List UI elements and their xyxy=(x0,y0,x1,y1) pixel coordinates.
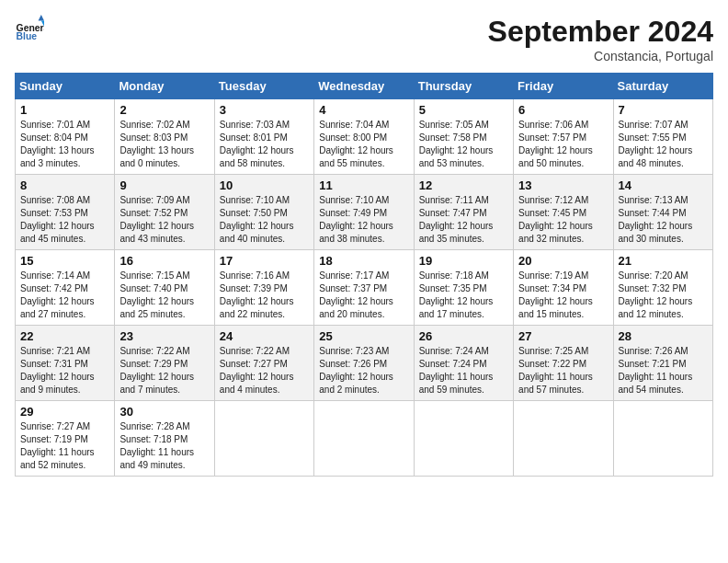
day-info: Sunrise: 7:18 AM Sunset: 7:35 PM Dayligh… xyxy=(419,270,508,321)
calendar-cell xyxy=(613,401,712,477)
day-number: 16 xyxy=(119,254,209,268)
calendar-cell: 15 Sunrise: 7:14 AM Sunset: 7:42 PM Dayl… xyxy=(16,250,115,326)
day-number: 22 xyxy=(20,329,109,343)
day-number: 24 xyxy=(220,329,309,343)
day-number: 21 xyxy=(619,254,708,268)
day-info: Sunrise: 7:03 AM Sunset: 8:01 PM Dayligh… xyxy=(220,119,309,170)
day-info: Sunrise: 7:25 AM Sunset: 7:22 PM Dayligh… xyxy=(518,345,608,396)
col-header-thursday: Thursday xyxy=(414,74,513,99)
calendar-cell: 30 Sunrise: 7:28 AM Sunset: 7:18 PM Dayl… xyxy=(115,401,214,477)
calendar-cell: 11 Sunrise: 7:10 AM Sunset: 7:49 PM Dayl… xyxy=(314,175,414,250)
day-number: 7 xyxy=(619,103,708,117)
day-number: 15 xyxy=(20,254,109,268)
day-info: Sunrise: 7:07 AM Sunset: 7:55 PM Dayligh… xyxy=(619,119,708,170)
day-info: Sunrise: 7:22 AM Sunset: 7:27 PM Dayligh… xyxy=(220,345,309,396)
calendar-cell: 17 Sunrise: 7:16 AM Sunset: 7:39 PM Dayl… xyxy=(214,250,313,326)
title-block: September 2024 Constancia, Portugal xyxy=(488,15,713,63)
col-header-saturday: Saturday xyxy=(613,74,712,99)
day-info: Sunrise: 7:12 AM Sunset: 7:45 PM Dayligh… xyxy=(518,194,608,246)
day-number: 26 xyxy=(419,329,508,343)
col-header-friday: Friday xyxy=(514,74,613,99)
day-info: Sunrise: 7:09 AM Sunset: 7:52 PM Dayligh… xyxy=(119,194,209,246)
day-number: 3 xyxy=(220,103,309,117)
calendar-cell: 20 Sunrise: 7:19 AM Sunset: 7:34 PM Dayl… xyxy=(514,250,613,326)
day-info: Sunrise: 7:17 AM Sunset: 7:37 PM Dayligh… xyxy=(319,270,408,321)
col-header-monday: Monday xyxy=(115,74,214,99)
day-number: 23 xyxy=(119,329,209,343)
day-number: 17 xyxy=(220,254,309,268)
col-header-tuesday: Tuesday xyxy=(214,74,313,99)
calendar-cell: 14 Sunrise: 7:13 AM Sunset: 7:44 PM Dayl… xyxy=(613,175,712,250)
calendar-cell: 26 Sunrise: 7:24 AM Sunset: 7:24 PM Dayl… xyxy=(414,326,513,401)
calendar-cell: 16 Sunrise: 7:15 AM Sunset: 7:40 PM Dayl… xyxy=(115,250,214,326)
svg-marker-2 xyxy=(39,15,44,20)
day-number: 1 xyxy=(20,103,109,117)
page-header: General Blue September 2024 Constancia, … xyxy=(15,15,713,63)
day-info: Sunrise: 7:23 AM Sunset: 7:26 PM Dayligh… xyxy=(319,345,408,396)
day-info: Sunrise: 7:04 AM Sunset: 8:00 PM Dayligh… xyxy=(319,119,408,170)
calendar-table: SundayMondayTuesdayWednesdayThursdayFrid… xyxy=(15,73,713,477)
calendar-cell: 28 Sunrise: 7:26 AM Sunset: 7:21 PM Dayl… xyxy=(613,326,712,401)
calendar-cell: 25 Sunrise: 7:23 AM Sunset: 7:26 PM Dayl… xyxy=(314,326,414,401)
day-info: Sunrise: 7:06 AM Sunset: 7:57 PM Dayligh… xyxy=(518,119,608,170)
calendar-cell: 7 Sunrise: 7:07 AM Sunset: 7:55 PM Dayli… xyxy=(613,99,712,175)
day-number: 29 xyxy=(20,405,109,419)
day-number: 8 xyxy=(20,178,109,192)
logo-icon: General Blue xyxy=(15,15,44,44)
day-number: 30 xyxy=(119,405,209,419)
calendar-cell: 2 Sunrise: 7:02 AM Sunset: 8:03 PM Dayli… xyxy=(115,99,214,175)
svg-text:Blue: Blue xyxy=(17,31,38,41)
calendar-cell: 27 Sunrise: 7:25 AM Sunset: 7:22 PM Dayl… xyxy=(514,326,613,401)
day-info: Sunrise: 7:01 AM Sunset: 8:04 PM Dayligh… xyxy=(20,119,109,170)
day-info: Sunrise: 7:05 AM Sunset: 7:58 PM Dayligh… xyxy=(419,119,508,170)
calendar-cell: 29 Sunrise: 7:27 AM Sunset: 7:19 PM Dayl… xyxy=(16,401,115,477)
day-number: 5 xyxy=(419,103,508,117)
day-info: Sunrise: 7:22 AM Sunset: 7:29 PM Dayligh… xyxy=(119,345,209,396)
day-number: 13 xyxy=(518,178,608,192)
day-info: Sunrise: 7:19 AM Sunset: 7:34 PM Dayligh… xyxy=(518,270,608,321)
day-info: Sunrise: 7:13 AM Sunset: 7:44 PM Dayligh… xyxy=(619,194,708,246)
calendar-cell: 10 Sunrise: 7:10 AM Sunset: 7:50 PM Dayl… xyxy=(214,175,313,250)
calendar-cell: 13 Sunrise: 7:12 AM Sunset: 7:45 PM Dayl… xyxy=(514,175,613,250)
day-info: Sunrise: 7:26 AM Sunset: 7:21 PM Dayligh… xyxy=(619,345,708,396)
calendar-cell: 8 Sunrise: 7:08 AM Sunset: 7:53 PM Dayli… xyxy=(16,175,115,250)
calendar-cell xyxy=(214,401,313,477)
day-number: 12 xyxy=(419,178,508,192)
day-info: Sunrise: 7:10 AM Sunset: 7:49 PM Dayligh… xyxy=(319,194,408,246)
day-number: 25 xyxy=(319,329,408,343)
day-number: 10 xyxy=(220,178,309,192)
calendar-cell xyxy=(314,401,414,477)
calendar-cell: 22 Sunrise: 7:21 AM Sunset: 7:31 PM Dayl… xyxy=(16,326,115,401)
day-info: Sunrise: 7:14 AM Sunset: 7:42 PM Dayligh… xyxy=(20,270,109,321)
calendar-cell: 24 Sunrise: 7:22 AM Sunset: 7:27 PM Dayl… xyxy=(214,326,313,401)
day-info: Sunrise: 7:10 AM Sunset: 7:50 PM Dayligh… xyxy=(220,194,309,246)
day-number: 20 xyxy=(518,254,608,268)
day-info: Sunrise: 7:15 AM Sunset: 7:40 PM Dayligh… xyxy=(119,270,209,321)
location: Constancia, Portugal xyxy=(488,49,713,63)
day-number: 18 xyxy=(319,254,408,268)
calendar-cell: 18 Sunrise: 7:17 AM Sunset: 7:37 PM Dayl… xyxy=(314,250,414,326)
day-info: Sunrise: 7:02 AM Sunset: 8:03 PM Dayligh… xyxy=(119,119,209,170)
calendar-cell: 4 Sunrise: 7:04 AM Sunset: 8:00 PM Dayli… xyxy=(314,99,414,175)
day-info: Sunrise: 7:20 AM Sunset: 7:32 PM Dayligh… xyxy=(619,270,708,321)
day-number: 14 xyxy=(619,178,708,192)
calendar-cell: 12 Sunrise: 7:11 AM Sunset: 7:47 PM Dayl… xyxy=(414,175,513,250)
calendar-cell: 3 Sunrise: 7:03 AM Sunset: 8:01 PM Dayli… xyxy=(214,99,313,175)
day-info: Sunrise: 7:21 AM Sunset: 7:31 PM Dayligh… xyxy=(20,345,109,396)
day-number: 6 xyxy=(518,103,608,117)
calendar-cell: 1 Sunrise: 7:01 AM Sunset: 8:04 PM Dayli… xyxy=(16,99,115,175)
day-info: Sunrise: 7:16 AM Sunset: 7:39 PM Dayligh… xyxy=(220,270,309,321)
day-number: 19 xyxy=(419,254,508,268)
col-header-wednesday: Wednesday xyxy=(314,74,414,99)
col-header-sunday: Sunday xyxy=(16,74,115,99)
day-info: Sunrise: 7:28 AM Sunset: 7:18 PM Dayligh… xyxy=(119,420,209,472)
day-number: 28 xyxy=(619,329,708,343)
day-number: 11 xyxy=(319,178,408,192)
day-info: Sunrise: 7:24 AM Sunset: 7:24 PM Dayligh… xyxy=(419,345,508,396)
month-title: September 2024 xyxy=(488,15,713,49)
calendar-cell: 23 Sunrise: 7:22 AM Sunset: 7:29 PM Dayl… xyxy=(115,326,214,401)
day-info: Sunrise: 7:08 AM Sunset: 7:53 PM Dayligh… xyxy=(20,194,109,246)
calendar-cell xyxy=(414,401,513,477)
calendar-cell: 21 Sunrise: 7:20 AM Sunset: 7:32 PM Dayl… xyxy=(613,250,712,326)
day-info: Sunrise: 7:27 AM Sunset: 7:19 PM Dayligh… xyxy=(20,420,109,472)
